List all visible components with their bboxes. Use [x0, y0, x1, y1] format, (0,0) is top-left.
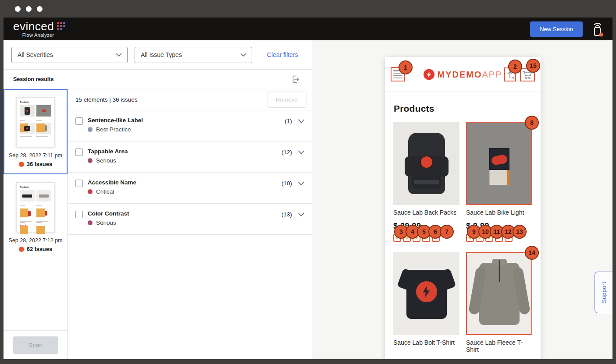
issue-row-color-contrast[interactable]: Color Contrast Serious (13) — [68, 204, 312, 235]
evinced-logo: evinced Flow Analyzer — [13, 21, 65, 38]
issue-checkbox[interactable] — [75, 148, 83, 156]
remove-button[interactable]: Remove — [267, 92, 306, 108]
expand-chevron-icon[interactable] — [298, 181, 305, 186]
issues-dot-icon — [19, 247, 24, 252]
issue-checkbox[interactable] — [75, 117, 83, 125]
product-bolt-tshirt: Sauce Lab Bolt T-Shirt — [393, 252, 459, 353]
issues-summary-row: 15 elements | 36 issues Remove — [68, 89, 312, 110]
logo-demo: DEMO — [452, 69, 482, 79]
window-minimize-button[interactable] — [26, 6, 32, 12]
issue-badge-2[interactable]: 2 — [508, 60, 522, 74]
preview-appbar: 1 MYDEMOAPP — [385, 57, 541, 92]
issue-label: Sentence-like Label — [88, 117, 143, 124]
session-results-header: Session results — [4, 70, 312, 89]
window-close-button[interactable] — [15, 6, 21, 12]
issue-label: Color Contrast — [88, 210, 129, 217]
logo-my: MY — [437, 69, 452, 79]
severity-filter-select[interactable]: All Severities — [11, 47, 128, 63]
logo-subtitle: Flow Analyzer — [22, 32, 54, 38]
session-issue-count: 62 Issues — [27, 246, 53, 252]
product-name: Sauce Lab Bolt T-Shirt — [393, 339, 459, 346]
sort-icon: B 2 — [504, 67, 516, 81]
session-item-2[interactable]: Products — [4, 174, 68, 259]
session-thumbnail: Products — [16, 97, 55, 147]
issue-badge-14[interactable]: 14 — [525, 246, 539, 260]
product-image-backpack — [393, 122, 459, 205]
issue-badge-15[interactable]: 15 — [526, 59, 540, 73]
expand-chevron-icon[interactable] — [298, 212, 305, 217]
device-screenshot: 1 MYDEMOAPP — [385, 57, 541, 359]
cart-icon: 15 — [520, 68, 535, 81]
hamburger-menu-icon: 1 — [391, 67, 405, 81]
session-list: Products — [4, 89, 68, 359]
issue-badge-8[interactable]: 8 — [525, 116, 539, 130]
star-rating: ★★★★★ 3 4 5 6 7 — [393, 234, 459, 242]
chevron-down-icon — [240, 53, 246, 57]
scan-button-area: Scan — [4, 330, 68, 359]
issues-dot-icon — [19, 162, 24, 167]
new-session-button[interactable]: New Session — [530, 21, 583, 37]
severity-dot-icon — [88, 127, 93, 132]
product-grid: Sauce Lab Back Packs $ 29.99 ★★★★★ 3 4 5… — [385, 114, 541, 353]
issue-severity: Serious — [96, 157, 116, 164]
expand-chevron-icon[interactable] — [298, 150, 305, 155]
issue-severity: Critical — [96, 188, 114, 195]
product-image-bolt-tshirt — [393, 252, 459, 335]
product-bike-light: 8 Sauce Lab Bike Light $ 9.99 ★★★★★ 9 10… — [466, 122, 532, 252]
expand-chevron-icon[interactable] — [298, 119, 305, 124]
device-preview-panel: 1 MYDEMOAPP — [312, 40, 612, 359]
star-rating: ★★★★★ 9 10 11 12 13 — [466, 234, 532, 242]
issue-badge-7[interactable]: 7 — [440, 225, 454, 239]
app-window: evinced Flow Analyzer New Session — [4, 18, 612, 359]
issues-list: 15 elements | 36 issues Remove Sentence-… — [68, 89, 312, 359]
session-issue-count: 36 Issues — [27, 161, 53, 167]
export-icon[interactable] — [291, 74, 300, 84]
analysis-panel: All Severities All Issue Types Clear fil… — [4, 40, 312, 359]
severity-dot-icon — [88, 189, 93, 194]
clear-filters-link[interactable]: Clear filters — [267, 51, 298, 58]
sauce-swirl-icon — [423, 69, 434, 80]
issue-count: (12) — [281, 149, 292, 155]
scan-button[interactable]: Scan — [13, 336, 58, 354]
severity-filter-value: All Severities — [18, 51, 53, 58]
severity-dot-icon — [88, 158, 93, 163]
issue-badge-13[interactable]: 13 — [513, 225, 527, 239]
preview-page-title: Products — [394, 103, 541, 114]
product-name: Sauce Lab Back Packs — [393, 209, 459, 216]
issue-badge-1[interactable]: 1 — [399, 60, 413, 74]
product-name: Sauce Lab Bike Light — [466, 209, 532, 216]
issue-row-sentence-like-label[interactable]: Sentence-like Label Best Practice (1) — [68, 110, 312, 141]
product-image-bike-light[interactable]: 8 — [466, 122, 532, 205]
support-tab[interactable]: Support — [595, 272, 612, 313]
product-fleece-tshirt: 14 Sauce Lab Fleece T-Shirt — [466, 252, 532, 353]
severity-dot-icon — [88, 220, 93, 225]
issue-count: (10) — [281, 180, 292, 187]
issues-summary: 15 elements | 36 issues — [75, 96, 138, 103]
issue-label: Tappable Area — [88, 148, 128, 155]
session-thumbnail: Products — [16, 182, 55, 232]
connected-device-icon[interactable] — [591, 21, 605, 37]
issue-count: (13) — [281, 211, 292, 218]
filter-bar: All Severities All Issue Types Clear fil… — [4, 40, 312, 70]
session-timestamp: Sep 28, 2022 7:12 pm — [7, 237, 64, 244]
logo-dots-icon — [57, 22, 65, 30]
issue-row-accessible-name[interactable]: Accessible Name Critical (10) — [68, 173, 312, 204]
app-header: evinced Flow Analyzer New Session — [4, 18, 612, 40]
logo-text: evinced — [13, 21, 54, 32]
issue-row-tappable-area[interactable]: Tappable Area Serious (12) — [68, 141, 312, 173]
issue-type-filter-select[interactable]: All Issue Types — [135, 47, 252, 63]
sort-letter: B — [512, 76, 515, 80]
chevron-down-icon — [116, 53, 122, 57]
product-backpack: Sauce Lab Back Packs $ 29.99 ★★★★★ 3 4 5… — [393, 122, 459, 252]
window-maximize-button[interactable] — [37, 6, 43, 12]
thumbnail-title: Products — [20, 186, 51, 188]
issue-severity: Best Practice — [96, 126, 131, 133]
support-tab-label: Support — [601, 282, 607, 303]
session-results-title: Session results — [13, 76, 53, 82]
issue-checkbox[interactable] — [75, 211, 83, 218]
session-item-1[interactable]: Products — [4, 89, 68, 174]
issue-checkbox[interactable] — [75, 180, 83, 187]
issue-severity: Serious — [96, 219, 116, 226]
session-timestamp: Sep 28, 2022 7:11 pm — [7, 152, 64, 159]
product-image-fleece-tshirt[interactable]: 14 — [466, 252, 532, 335]
